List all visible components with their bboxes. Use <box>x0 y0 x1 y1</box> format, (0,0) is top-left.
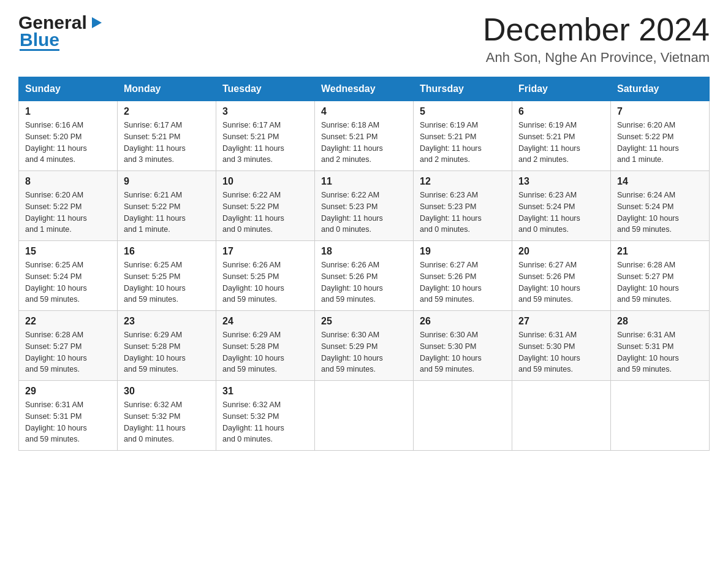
calendar-cell: 13Sunrise: 6:23 AMSunset: 5:24 PMDayligh… <box>512 171 611 241</box>
calendar-cell: 11Sunrise: 6:22 AMSunset: 5:23 PMDayligh… <box>315 171 414 241</box>
calendar-cell <box>414 381 512 451</box>
calendar-cell <box>611 381 710 451</box>
day-info: Sunrise: 6:24 AMSunset: 5:24 PMDaylight:… <box>617 190 703 236</box>
header-saturday: Saturday <box>611 77 710 101</box>
day-info: Sunrise: 6:23 AMSunset: 5:24 PMDaylight:… <box>518 190 604 236</box>
header-wednesday: Wednesday <box>315 77 414 101</box>
day-number: 12 <box>420 176 506 187</box>
day-info: Sunrise: 6:32 AMSunset: 5:32 PMDaylight:… <box>222 399 308 445</box>
day-number: 30 <box>124 386 210 397</box>
day-info: Sunrise: 6:17 AMSunset: 5:21 PMDaylight:… <box>124 120 210 166</box>
day-number: 3 <box>222 106 308 117</box>
calendar-table: SundayMondayTuesdayWednesdayThursdayFrid… <box>18 77 710 451</box>
day-number: 14 <box>617 176 703 187</box>
day-info: Sunrise: 6:23 AMSunset: 5:23 PMDaylight:… <box>420 190 506 236</box>
day-info: Sunrise: 6:30 AMSunset: 5:30 PMDaylight:… <box>420 329 506 375</box>
week-row-5: 29Sunrise: 6:31 AMSunset: 5:31 PMDayligh… <box>19 381 710 451</box>
day-number: 31 <box>222 386 308 397</box>
calendar-cell: 24Sunrise: 6:29 AMSunset: 5:28 PMDayligh… <box>216 311 315 381</box>
day-number: 20 <box>518 246 604 257</box>
calendar-cell: 15Sunrise: 6:25 AMSunset: 5:24 PMDayligh… <box>19 241 118 311</box>
page-header: General Blue December 2024 Anh Son, Nghe… <box>18 12 710 66</box>
calendar-cell: 12Sunrise: 6:23 AMSunset: 5:23 PMDayligh… <box>414 171 512 241</box>
calendar-cell: 26Sunrise: 6:30 AMSunset: 5:30 PMDayligh… <box>414 311 512 381</box>
header-monday: Monday <box>118 77 216 101</box>
day-number: 7 <box>617 106 703 117</box>
day-info: Sunrise: 6:20 AMSunset: 5:22 PMDaylight:… <box>617 120 703 166</box>
calendar-cell: 19Sunrise: 6:27 AMSunset: 5:26 PMDayligh… <box>414 241 512 311</box>
day-info: Sunrise: 6:32 AMSunset: 5:32 PMDaylight:… <box>124 399 210 445</box>
day-number: 4 <box>321 106 407 117</box>
day-number: 21 <box>617 246 703 257</box>
header-friday: Friday <box>512 77 611 101</box>
calendar-cell: 25Sunrise: 6:30 AMSunset: 5:29 PMDayligh… <box>315 311 414 381</box>
day-info: Sunrise: 6:19 AMSunset: 5:21 PMDaylight:… <box>518 120 604 166</box>
calendar-cell: 4Sunrise: 6:18 AMSunset: 5:21 PMDaylight… <box>315 101 414 171</box>
day-number: 24 <box>222 316 308 327</box>
day-number: 16 <box>124 246 210 257</box>
day-number: 17 <box>222 246 308 257</box>
header-tuesday: Tuesday <box>216 77 315 101</box>
day-number: 18 <box>321 246 407 257</box>
day-info: Sunrise: 6:22 AMSunset: 5:22 PMDaylight:… <box>222 190 308 236</box>
calendar-cell: 5Sunrise: 6:19 AMSunset: 5:21 PMDaylight… <box>414 101 512 171</box>
logo: General Blue <box>18 12 103 51</box>
calendar-cell: 30Sunrise: 6:32 AMSunset: 5:32 PMDayligh… <box>118 381 216 451</box>
calendar-cell: 8Sunrise: 6:20 AMSunset: 5:22 PMDaylight… <box>19 171 118 241</box>
day-number: 29 <box>25 386 111 397</box>
day-number: 28 <box>617 316 703 327</box>
calendar-cell: 10Sunrise: 6:22 AMSunset: 5:22 PMDayligh… <box>216 171 315 241</box>
calendar-cell: 1Sunrise: 6:16 AMSunset: 5:20 PMDaylight… <box>19 101 118 171</box>
day-info: Sunrise: 6:28 AMSunset: 5:27 PMDaylight:… <box>617 259 703 305</box>
calendar-cell: 6Sunrise: 6:19 AMSunset: 5:21 PMDaylight… <box>512 101 611 171</box>
day-info: Sunrise: 6:29 AMSunset: 5:28 PMDaylight:… <box>222 329 308 375</box>
day-info: Sunrise: 6:17 AMSunset: 5:21 PMDaylight:… <box>222 120 308 166</box>
calendar-cell: 14Sunrise: 6:24 AMSunset: 5:24 PMDayligh… <box>611 171 710 241</box>
day-number: 8 <box>25 176 111 187</box>
calendar-cell <box>512 381 611 451</box>
day-number: 2 <box>124 106 210 117</box>
calendar-cell: 2Sunrise: 6:17 AMSunset: 5:21 PMDaylight… <box>118 101 216 171</box>
day-info: Sunrise: 6:25 AMSunset: 5:25 PMDaylight:… <box>124 259 210 305</box>
day-number: 23 <box>124 316 210 327</box>
day-info: Sunrise: 6:31 AMSunset: 5:30 PMDaylight:… <box>518 329 604 375</box>
day-number: 27 <box>518 316 604 327</box>
location-title: Anh Son, Nghe An Province, Vietnam <box>483 50 710 66</box>
day-info: Sunrise: 6:22 AMSunset: 5:23 PMDaylight:… <box>321 190 407 236</box>
day-info: Sunrise: 6:31 AMSunset: 5:31 PMDaylight:… <box>617 329 703 375</box>
calendar-cell: 27Sunrise: 6:31 AMSunset: 5:30 PMDayligh… <box>512 311 611 381</box>
logo-blue-text: Blue <box>20 31 59 51</box>
day-number: 5 <box>420 106 506 117</box>
day-number: 19 <box>420 246 506 257</box>
day-number: 13 <box>518 176 604 187</box>
calendar-header-row: SundayMondayTuesdayWednesdayThursdayFrid… <box>19 77 710 101</box>
day-number: 15 <box>25 246 111 257</box>
calendar-cell: 16Sunrise: 6:25 AMSunset: 5:25 PMDayligh… <box>118 241 216 311</box>
day-info: Sunrise: 6:29 AMSunset: 5:28 PMDaylight:… <box>124 329 210 375</box>
week-row-4: 22Sunrise: 6:28 AMSunset: 5:27 PMDayligh… <box>19 311 710 381</box>
calendar-cell: 17Sunrise: 6:26 AMSunset: 5:25 PMDayligh… <box>216 241 315 311</box>
calendar-cell: 29Sunrise: 6:31 AMSunset: 5:31 PMDayligh… <box>19 381 118 451</box>
calendar-cell: 22Sunrise: 6:28 AMSunset: 5:27 PMDayligh… <box>19 311 118 381</box>
title-block: December 2024 Anh Son, Nghe An Province,… <box>483 12 710 66</box>
week-row-3: 15Sunrise: 6:25 AMSunset: 5:24 PMDayligh… <box>19 241 710 311</box>
day-info: Sunrise: 6:31 AMSunset: 5:31 PMDaylight:… <box>25 399 111 445</box>
logo-triangle-icon <box>89 16 103 29</box>
calendar-cell: 20Sunrise: 6:27 AMSunset: 5:26 PMDayligh… <box>512 241 611 311</box>
day-info: Sunrise: 6:18 AMSunset: 5:21 PMDaylight:… <box>321 120 407 166</box>
day-number: 10 <box>222 176 308 187</box>
day-info: Sunrise: 6:16 AMSunset: 5:20 PMDaylight:… <box>25 120 111 166</box>
day-number: 22 <box>25 316 111 327</box>
day-info: Sunrise: 6:26 AMSunset: 5:25 PMDaylight:… <box>222 259 308 305</box>
day-number: 25 <box>321 316 407 327</box>
day-number: 26 <box>420 316 506 327</box>
calendar-cell: 31Sunrise: 6:32 AMSunset: 5:32 PMDayligh… <box>216 381 315 451</box>
calendar-cell: 21Sunrise: 6:28 AMSunset: 5:27 PMDayligh… <box>611 241 710 311</box>
day-info: Sunrise: 6:19 AMSunset: 5:21 PMDaylight:… <box>420 120 506 166</box>
calendar-cell: 23Sunrise: 6:29 AMSunset: 5:28 PMDayligh… <box>118 311 216 381</box>
calendar-cell <box>315 381 414 451</box>
svg-marker-0 <box>92 17 102 28</box>
calendar-cell: 18Sunrise: 6:26 AMSunset: 5:26 PMDayligh… <box>315 241 414 311</box>
day-info: Sunrise: 6:20 AMSunset: 5:22 PMDaylight:… <box>25 190 111 236</box>
month-title: December 2024 <box>483 12 710 47</box>
